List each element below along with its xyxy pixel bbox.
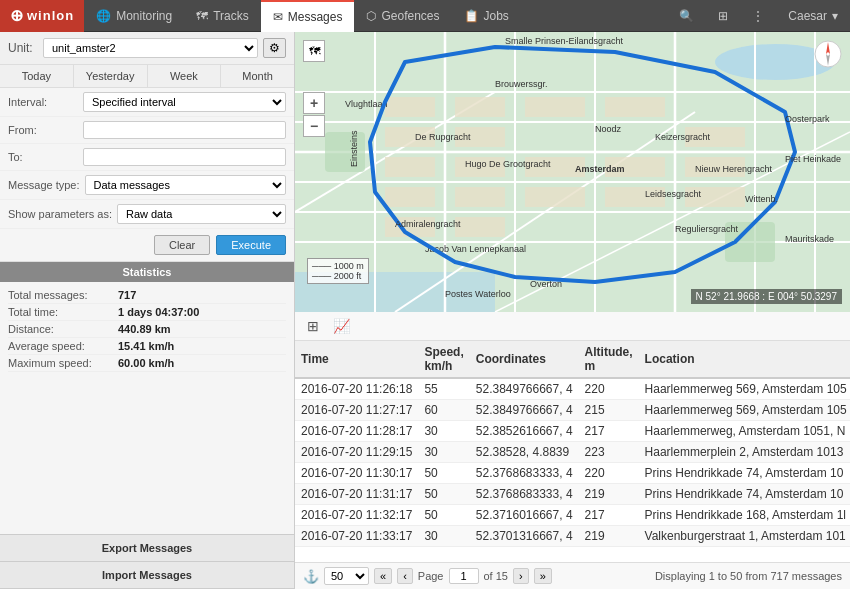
page-size-select[interactable]: 50 25 100	[324, 567, 369, 585]
from-input[interactable]: 2016 July 20 00:00	[83, 121, 286, 139]
period-yesterday[interactable]: Yesterday	[74, 65, 148, 87]
period-week[interactable]: Week	[148, 65, 222, 87]
import-messages-button[interactable]: Import Messages	[0, 562, 294, 589]
geofences-icon: ⬡	[366, 9, 376, 23]
cell-altitude: 219	[579, 484, 639, 505]
cell-altitude: 220	[579, 378, 639, 400]
svg-text:Brouwerssgr.: Brouwerssgr.	[495, 79, 548, 89]
svg-text:Mauritskade: Mauritskade	[785, 234, 834, 244]
table-header-row: Time Speed, km/h Coordinates Altitude, m…	[295, 341, 850, 378]
data-table[interactable]: Time Speed, km/h Coordinates Altitude, m…	[295, 341, 850, 562]
prev-page-button[interactable]: ‹	[397, 568, 413, 584]
table-row[interactable]: 2016-07-20 11:33:17 30 52.3701316667, 4 …	[295, 526, 850, 547]
next-page-button[interactable]: ›	[513, 568, 529, 584]
messages-table: Time Speed, km/h Coordinates Altitude, m…	[295, 341, 850, 547]
stat-total-msgs-label: Total messages:	[8, 289, 118, 301]
svg-rect-19	[385, 97, 435, 117]
cell-altitude: 220	[579, 463, 639, 484]
chart-view-button[interactable]: 📈	[329, 316, 354, 336]
col-coords: Coordinates	[470, 341, 579, 378]
cell-altitude: 217	[579, 505, 639, 526]
svg-text:Oosterpark: Oosterpark	[785, 114, 830, 124]
cell-location: Haarlemmerweg, Amsterdam 1051, N	[639, 421, 850, 442]
table-row[interactable]: 2016-07-20 11:26:18 55 52.3849766667, 4 …	[295, 378, 850, 400]
cell-time: 2016-07-20 11:30:17	[295, 463, 418, 484]
nav-messages[interactable]: ✉ Messages	[261, 0, 355, 32]
cell-location: Haarlemmerplein 2, Amsterdam 1013	[639, 442, 850, 463]
nav-monitoring[interactable]: 🌐 Monitoring	[84, 0, 184, 32]
jobs-icon: 📋	[464, 9, 479, 23]
show-params-label: Show parameters as:	[8, 208, 112, 220]
table-row[interactable]: 2016-07-20 11:27:17 60 52.3849766667, 4 …	[295, 400, 850, 421]
table-view-button[interactable]: ⊞	[303, 316, 323, 336]
svg-rect-33	[525, 187, 585, 207]
table-row[interactable]: 2016-07-20 11:31:17 50 52.3768683333, 4 …	[295, 484, 850, 505]
cell-location: Prins Hendrikkade 74, Amsterdam 10	[639, 484, 850, 505]
stat-max-speed-val: 60.00 km/h	[118, 357, 174, 369]
grid-icon: ⊞	[718, 9, 728, 23]
unit-select[interactable]: unit_amster2	[43, 38, 258, 58]
topnav-right: 🔍 ⊞ ⋮ Caesar ▾	[667, 0, 850, 32]
stat-distance-val: 440.89 km	[118, 323, 171, 335]
nav-jobs[interactable]: 📋 Jobs	[452, 0, 521, 32]
table-area: ⊞ 📈 Time Speed, km/h Coordinates Altitud…	[295, 312, 850, 589]
cell-speed: 30	[418, 442, 469, 463]
zoom-out-button[interactable]: −	[303, 115, 325, 137]
table-row[interactable]: 2016-07-20 11:32:17 50 52.3716016667, 4 …	[295, 505, 850, 526]
period-month[interactable]: Month	[221, 65, 294, 87]
logo-icon: ⊕	[10, 6, 23, 25]
nav-tracks[interactable]: 🗺 Tracks	[184, 0, 261, 32]
zoom-in-button[interactable]: +	[303, 92, 325, 114]
show-params-select[interactable]: Raw data	[117, 204, 286, 224]
msg-type-select[interactable]: Data messages	[85, 175, 286, 195]
stats-row-messages: Total messages: 717	[8, 287, 286, 304]
right-panel: Amsterdam De Rupgracht Brouwerssgr. Leid…	[295, 32, 850, 589]
logo-text: winlon	[27, 8, 74, 23]
left-panel: Unit: unit_amster2 ⚙ Today Yesterday Wee…	[0, 32, 295, 589]
nav-geofences[interactable]: ⬡ Geofences	[354, 0, 451, 32]
period-today[interactable]: Today	[0, 65, 74, 87]
map-coordinates: N 52° 21.9668 : E 004° 50.3297	[691, 289, 842, 304]
from-label: From:	[8, 124, 78, 136]
interval-select[interactable]: Specified interval	[83, 92, 286, 112]
interval-label: Interval:	[8, 96, 78, 108]
unit-settings-button[interactable]: ⚙	[263, 38, 286, 58]
export-messages-button[interactable]: Export Messages	[0, 535, 294, 562]
search-button[interactable]: 🔍	[667, 0, 706, 32]
svg-text:Leidsesgracht: Leidsesgracht	[645, 189, 702, 199]
stat-max-speed-label: Maximum speed:	[8, 357, 118, 369]
last-page-button[interactable]: »	[534, 568, 552, 584]
to-label: To:	[8, 151, 78, 163]
col-speed: Speed, km/h	[418, 341, 469, 378]
more-button[interactable]: ⋮	[740, 0, 776, 32]
cell-coords: 52.3716016667, 4	[470, 505, 579, 526]
tracks-icon: 🗺	[196, 9, 208, 23]
to-input[interactable]: 2016 July 21 23:59	[83, 148, 286, 166]
from-row: From: 2016 July 20 00:00	[0, 117, 294, 144]
first-page-button[interactable]: «	[374, 568, 392, 584]
user-menu[interactable]: Caesar ▾	[776, 0, 850, 32]
table-row[interactable]: 2016-07-20 11:28:17 30 52.3852616667, 4 …	[295, 421, 850, 442]
clear-button[interactable]: Clear	[154, 235, 210, 255]
map-scale: ─── 1000 m ─── 2000 ft	[307, 258, 369, 284]
execute-button[interactable]: Execute	[216, 235, 286, 255]
cell-altitude: 215	[579, 400, 639, 421]
cell-location: Prins Hendrikkade 74, Amsterdam 10	[639, 463, 850, 484]
cell-time: 2016-07-20 11:33:17	[295, 526, 418, 547]
map-layers-button[interactable]: 🗺	[303, 40, 325, 62]
table-row[interactable]: 2016-07-20 11:29:15 30 52.38528, 4.8839 …	[295, 442, 850, 463]
cell-time: 2016-07-20 11:32:17	[295, 505, 418, 526]
svg-rect-31	[385, 187, 435, 207]
grid-button[interactable]: ⊞	[706, 0, 740, 32]
svg-text:Piet Heinkade: Piet Heinkade	[785, 154, 841, 164]
svg-text:Reguliersgracht: Reguliersgracht	[675, 224, 739, 234]
col-time: Time	[295, 341, 418, 378]
svg-text:Overton: Overton	[530, 279, 562, 289]
cell-time: 2016-07-20 11:28:17	[295, 421, 418, 442]
cell-speed: 50	[418, 463, 469, 484]
table-row[interactable]: 2016-07-20 11:30:17 50 52.3768683333, 4 …	[295, 463, 850, 484]
svg-text:Smalle Prinsen-Eilandsgracht: Smalle Prinsen-Eilandsgracht	[505, 36, 624, 46]
page-input[interactable]	[449, 568, 479, 584]
map-area[interactable]: Amsterdam De Rupgracht Brouwerssgr. Leid…	[295, 32, 850, 312]
unit-row: Unit: unit_amster2 ⚙	[0, 32, 294, 65]
